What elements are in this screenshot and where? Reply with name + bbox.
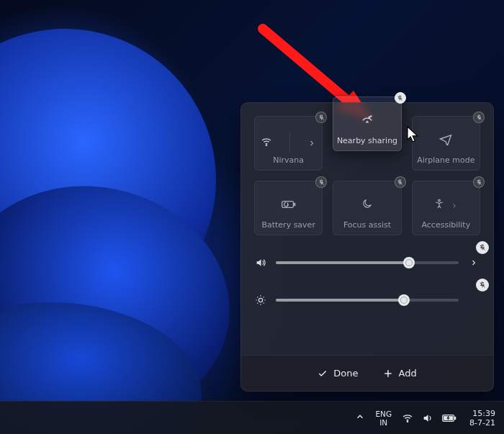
quick-settings-footer: Done Add: [241, 355, 493, 391]
lang-secondary: IN: [379, 418, 387, 427]
tile-focus-assist[interactable]: Focus assist: [333, 181, 401, 235]
tile-label: Battery saver: [255, 220, 322, 230]
moon-icon: [361, 198, 373, 212]
volume-icon: [254, 257, 267, 268]
svg-point-7: [438, 199, 441, 202]
tile-label: Airplane mode: [413, 155, 480, 165]
svg-point-8: [258, 298, 262, 302]
lang-primary: ENG: [375, 410, 392, 418]
quick-settings-panel: Nirvana Nearby sharing A: [240, 102, 494, 392]
tray-overflow-chevron-icon[interactable]: [355, 412, 365, 424]
unpin-icon[interactable]: [315, 112, 327, 123]
tile-label: Focus assist: [333, 220, 400, 230]
done-button[interactable]: Done: [318, 368, 358, 379]
svg-rect-6: [294, 202, 295, 205]
volume-tray-icon[interactable]: [422, 412, 433, 424]
volume-slider[interactable]: [254, 251, 480, 274]
svg-point-4: [371, 116, 372, 117]
slider-track[interactable]: [276, 261, 459, 264]
brightness-icon: [254, 294, 267, 306]
chevron-right-icon[interactable]: [451, 199, 458, 212]
system-tray[interactable]: [402, 412, 456, 424]
tile-airplane-mode[interactable]: Airplane mode: [412, 116, 480, 171]
language-indicator[interactable]: ENG IN: [375, 410, 392, 427]
unpin-icon[interactable]: [473, 112, 485, 123]
unpin-icon[interactable]: [315, 176, 327, 188]
svg-point-3: [369, 117, 370, 118]
slider-track[interactable]: [276, 299, 459, 302]
tile-label: Accessibility: [413, 220, 480, 230]
plus-icon: [383, 369, 393, 379]
svg-point-2: [266, 145, 266, 145]
unpin-icon[interactable]: [476, 241, 489, 254]
brightness-slider[interactable]: [254, 289, 480, 312]
nearby-sharing-icon: [361, 113, 374, 129]
unpin-icon[interactable]: [476, 279, 489, 291]
add-label: Add: [399, 368, 417, 379]
wifi-icon: [261, 136, 272, 150]
tile-accessibility[interactable]: Accessibility: [412, 181, 480, 235]
unpin-icon[interactable]: [395, 92, 406, 104]
battery-saver-icon: [282, 199, 296, 212]
battery-tray-icon[interactable]: [442, 413, 456, 423]
unpin-icon[interactable]: [395, 176, 406, 188]
taskbar: ENG IN 15:39 8-7-21: [0, 401, 504, 434]
accessibility-icon: [433, 198, 445, 212]
sliders: [254, 251, 480, 312]
tile-wifi[interactable]: Nirvana: [254, 116, 323, 171]
mouse-cursor: [407, 126, 420, 143]
clock[interactable]: 15:39 8-7-21: [469, 409, 495, 428]
clock-date: 8-7-21: [469, 418, 495, 428]
airplane-icon: [439, 132, 452, 148]
wifi-tray-icon[interactable]: [402, 412, 413, 424]
svg-point-9: [407, 421, 408, 422]
tile-nearby-sharing[interactable]: Nearby sharing: [333, 96, 401, 151]
check-icon: [318, 369, 328, 379]
unpin-icon[interactable]: [473, 176, 485, 188]
tile-label: Nearby sharing: [333, 136, 400, 145]
chevron-right-icon[interactable]: [307, 137, 316, 150]
chevron-right-icon[interactable]: [467, 258, 480, 267]
svg-rect-11: [454, 416, 456, 419]
add-button[interactable]: Add: [383, 368, 417, 379]
done-label: Done: [333, 368, 358, 379]
tile-grid: Nirvana Nearby sharing A: [254, 116, 480, 235]
tile-label: Nirvana: [255, 155, 322, 165]
clock-time: 15:39: [472, 409, 495, 418]
tile-battery-saver[interactable]: Battery saver: [254, 181, 323, 235]
